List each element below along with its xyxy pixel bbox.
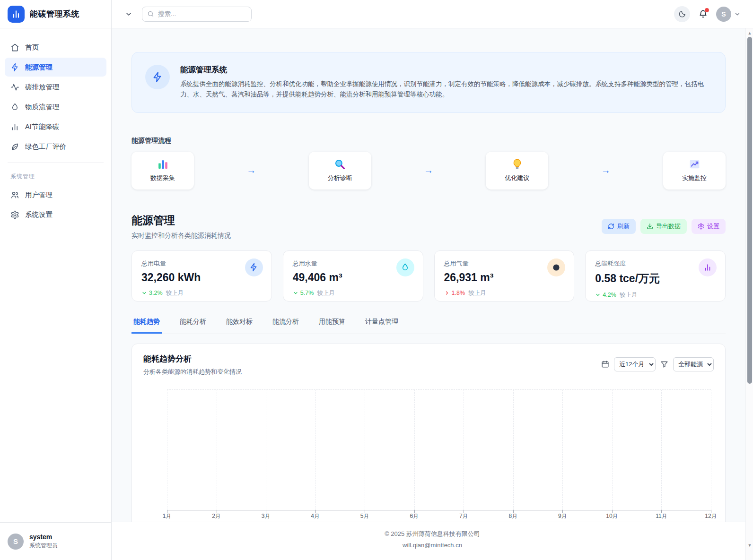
axis-label-month: 10月 — [606, 512, 618, 520]
download-icon — [647, 223, 653, 230]
scrollbar-up-arrow[interactable]: ▲ — [746, 29, 753, 37]
activity-icon — [10, 83, 19, 92]
user-name: system — [29, 533, 58, 541]
export-data-button[interactable]: 导出数据 — [640, 219, 687, 234]
sidebar-item-user-management[interactable]: 用户管理 — [5, 185, 106, 204]
flow-arrow: → — [371, 165, 486, 176]
stat-value: 49,406 m³ — [293, 271, 413, 284]
app-logo[interactable] — [8, 6, 25, 23]
tab-energy-flow[interactable]: 能流分析 — [271, 318, 301, 334]
sidebar-item-label: 绿色工厂评价 — [25, 142, 66, 151]
axis-label-month: 8月 — [508, 512, 517, 520]
stat-delta-compare: 较上月 — [166, 289, 184, 297]
refresh-button[interactable]: 刷新 — [602, 219, 636, 234]
sidebar-item-label: 用户管理 — [25, 190, 53, 199]
sidebar-item-carbon[interactable]: 碳排放管理 — [5, 78, 106, 96]
gear-icon — [698, 223, 704, 230]
gas-icon — [551, 262, 561, 273]
stat-card-water: 总用水量 49,406 m³ 5.7% 较上月 — [283, 250, 423, 302]
flow-step-label: 数据采集 — [150, 174, 175, 182]
stat-delta: 4.2% 较上月 — [595, 291, 716, 299]
chart-gridline — [612, 390, 613, 510]
theme-toggle-button[interactable] — [674, 6, 690, 22]
scrollbar-thumb[interactable] — [747, 37, 752, 384]
search-input[interactable] — [158, 10, 246, 17]
sidebar-item-green-factory[interactable]: 绿色工厂评价 — [5, 137, 106, 156]
chart-gridline — [167, 390, 167, 510]
energy-type-select[interactable]: 全部能源 — [673, 357, 714, 371]
leaf-icon — [10, 142, 19, 151]
chart-gridline — [217, 390, 217, 510]
notifications-button[interactable] — [699, 9, 708, 18]
stat-card-electricity: 总用电量 32,260 kWh 3.2% 较上月 — [131, 250, 272, 302]
filter-icon — [660, 360, 668, 368]
sidebar-item-material-flow[interactable]: 物质流管理 — [5, 97, 106, 116]
stat-card-intensity: 总能耗强度 0.58 tce/万元 4.2% 较上月 — [585, 250, 726, 302]
lightning-icon — [152, 71, 163, 83]
stat-delta-value: 3.2% — [149, 290, 163, 296]
chart-gridline — [711, 390, 711, 510]
settings-button[interactable]: 设置 — [692, 219, 726, 234]
user-role: 系统管理员 — [29, 542, 58, 550]
stat-delta-compare: 较上月 — [620, 291, 638, 299]
sidebar-nav: 首页 能源管理 碳排放管理 物质流管理 AI节能降碳 绿色工厂评价 — [0, 28, 111, 522]
page-content: 能源管理系统 系统提供全面的能源消耗监控、分析和优化功能，帮助企业掌握能源使用情… — [112, 28, 753, 522]
refresh-button-label: 刷新 — [617, 222, 630, 231]
chart-subtitle: 分析各类能源的消耗趋势和变化情况 — [143, 368, 242, 376]
stat-value: 32,260 kWh — [141, 271, 262, 284]
stat-icon-circle — [699, 258, 717, 276]
scrollbar-down-arrow[interactable]: ▼ — [746, 542, 753, 549]
axis-label-month: 1月 — [163, 512, 172, 520]
stat-delta-value: 4.2% — [603, 292, 616, 298]
axis-label-month: 6月 — [410, 512, 419, 520]
calendar-icon — [601, 360, 609, 368]
process-flow: 数据采集 → 分析诊断 → 优化建议 → 实施监控 — [131, 152, 726, 190]
flow-arrow: → — [194, 165, 309, 176]
chevron-right-icon — [444, 290, 450, 296]
axis-label-month: 5月 — [360, 512, 369, 520]
energy-section-header: 能源管理 实时监控和分析各类能源消耗情况 刷新 导出数据 设置 — [131, 213, 726, 240]
sidebar-item-label: 碳排放管理 — [25, 83, 60, 92]
account-menu[interactable]: S — [716, 7, 741, 22]
sidebar-user-panel[interactable]: S system 系统管理员 — [0, 522, 111, 560]
sidebar-item-ai-saving[interactable]: AI节能降碳 — [5, 117, 106, 136]
vertical-scrollbar[interactable]: ▲ ▼ — [745, 28, 753, 560]
sidebar-collapse-button[interactable] — [122, 8, 135, 21]
flow-step-data-collection[interactable]: 数据采集 — [131, 152, 194, 190]
home-icon — [10, 43, 19, 52]
tab-efficiency-benchmark[interactable]: 能效对标 — [224, 318, 254, 334]
moon-icon — [678, 10, 686, 18]
stat-delta: 3.2% 较上月 — [141, 289, 262, 297]
lightning-icon — [10, 63, 19, 72]
sidebar-item-energy[interactable]: 能源管理 — [5, 58, 106, 77]
date-range-select[interactable]: 近12个月 — [614, 357, 656, 371]
chart-header: 能耗趋势分析 分析各类能源的消耗趋势和变化情况 近12个月 全部能源 — [143, 353, 714, 376]
topbar: S — [112, 0, 753, 28]
flow-step-optimization[interactable]: 优化建议 — [486, 152, 548, 190]
chart-gridline — [414, 390, 415, 510]
trend-chart-card: 能耗趋势分析 分析各类能源的消耗趋势和变化情况 近12个月 全部能源 1月2月3… — [131, 344, 726, 522]
users-icon — [10, 190, 19, 199]
flow-step-monitoring[interactable]: 实施监控 — [663, 152, 726, 190]
trend-chart[interactable]: 1月2月3月4月5月6月7月8月9月10月11月12月 — [167, 389, 711, 522]
notification-badge — [705, 8, 709, 12]
sidebar-item-system-settings[interactable]: 系统设置 — [5, 205, 106, 224]
app-title: 能碳管理系统 — [30, 9, 79, 19]
flow-step-label: 实施监控 — [682, 174, 707, 182]
axis-label-month: 4月 — [311, 512, 320, 520]
tab-energy-analysis[interactable]: 能耗分析 — [178, 318, 208, 334]
chevron-down-icon — [595, 292, 601, 298]
banner-title: 能源管理系统 — [180, 65, 710, 75]
droplet-icon — [10, 103, 19, 112]
stat-delta-value: 5.7% — [300, 290, 314, 296]
sidebar-item-home[interactable]: 首页 — [5, 38, 106, 57]
tab-metering-points[interactable]: 计量点管理 — [363, 318, 400, 334]
system-intro-banner: 能源管理系统 系统提供全面的能源消耗监控、分析和优化功能，帮助企业掌握能源使用情… — [131, 52, 726, 113]
tab-energy-budget[interactable]: 用能预算 — [317, 318, 347, 334]
stat-delta-compare: 较上月 — [468, 289, 486, 297]
sidebar-section-label: 系统管理 — [5, 170, 106, 185]
flow-step-analysis[interactable]: 分析诊断 — [309, 152, 371, 190]
sidebar-item-label: 能源管理 — [25, 63, 53, 72]
search-box[interactable] — [142, 7, 252, 22]
tab-energy-trend[interactable]: 能耗趋势 — [131, 318, 162, 334]
